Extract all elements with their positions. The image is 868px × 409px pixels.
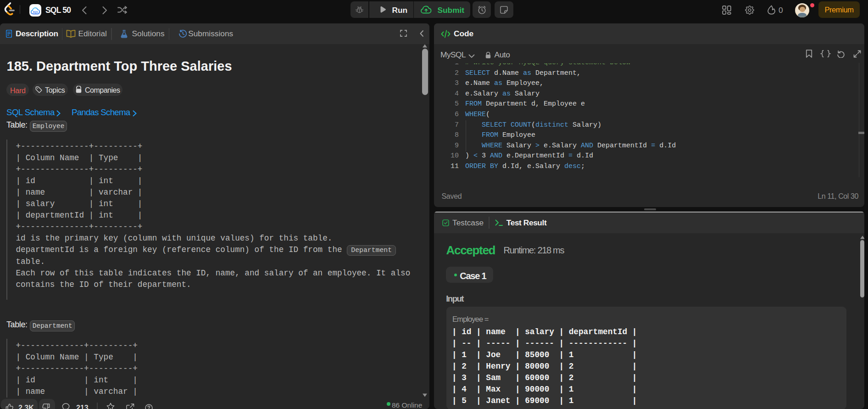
svg-text:SQL: SQL bbox=[33, 10, 39, 13]
